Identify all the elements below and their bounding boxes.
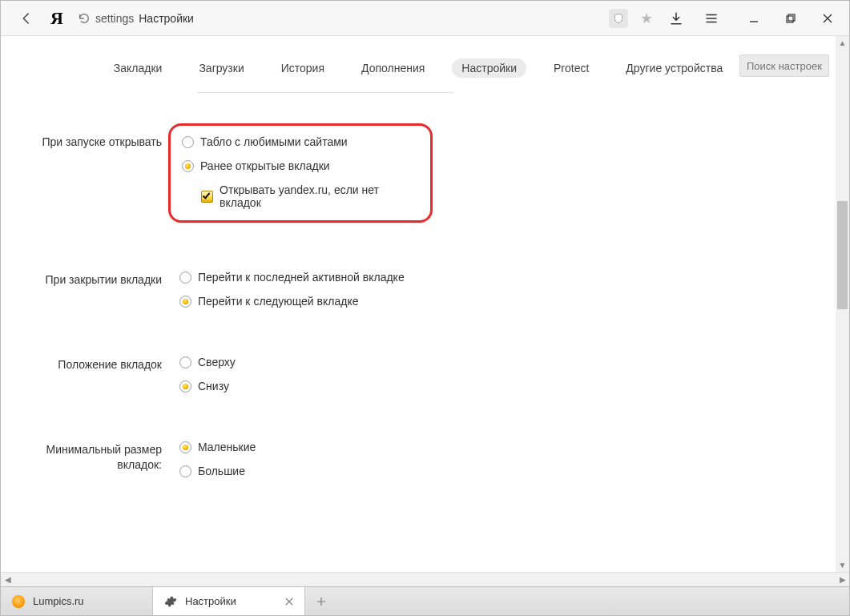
browser-window: Я settings Настройки ★ — [0, 0, 850, 616]
svg-rect-0 — [787, 16, 793, 22]
opt-label: Табло с любимыми сайтами — [200, 135, 348, 148]
opt-tab-min-big[interactable]: Большие — [179, 465, 836, 477]
opt-label: Большие — [198, 465, 245, 477]
opt-tab-min-small[interactable]: Маленькие — [179, 441, 836, 453]
address-key: settings — [95, 12, 134, 25]
radio-icon — [179, 441, 191, 453]
new-tab-button[interactable] — [305, 587, 337, 615]
nav-item-protect[interactable]: Protect — [544, 58, 598, 78]
scroll-right-arrow-icon[interactable]: ▶ — [836, 573, 849, 586]
arrow-left-icon — [19, 11, 34, 26]
radio-icon — [179, 356, 191, 368]
section-tab-min-size: Минимальный размер вкладок: Маленькие Бо… — [1, 441, 836, 477]
radio-icon — [179, 465, 191, 477]
opt-label: Снизу — [198, 380, 229, 393]
nav-item-addons[interactable]: Дополнения — [352, 58, 434, 78]
settings-search-input[interactable]: Поиск настроек — [739, 54, 829, 77]
section-tab-position: Положение вкладок Сверху Снизу — [1, 356, 836, 393]
tab-strip: Lumpics.ru Настройки — [1, 586, 849, 615]
protect-shield-icon[interactable] — [609, 9, 628, 28]
opt-label: Перейти к последней активной вкладке — [198, 271, 405, 284]
svg-rect-1 — [788, 14, 795, 21]
address-title: Настройки — [139, 12, 194, 25]
shield-icon — [613, 13, 624, 24]
close-icon — [285, 598, 293, 606]
settings-body: При запуске открывать Табло с любимыми с… — [1, 93, 836, 477]
opt-label: Ранее открытые вкладки — [200, 159, 330, 172]
opt-startup-restore-tabs[interactable]: Ранее открытые вкладки — [182, 159, 413, 172]
close-icon — [823, 14, 832, 23]
window-close-button[interactable] — [809, 1, 846, 36]
nav-item-devices[interactable]: Другие устройства — [616, 58, 732, 78]
gear-icon — [164, 595, 177, 608]
page-content: Закладки Загрузки История Дополнения Нас… — [1, 36, 849, 573]
radio-icon — [179, 272, 191, 284]
section-startup: При запуске открывать Табло с любимыми с… — [1, 133, 836, 223]
opt-tab-position-bottom[interactable]: Снизу — [179, 380, 836, 393]
minimize-icon — [749, 14, 759, 23]
window-maximize-button[interactable] — [772, 1, 809, 36]
opt-tab-position-top[interactable]: Сверху — [179, 356, 836, 368]
main-menu-button[interactable] — [694, 1, 729, 36]
radio-icon — [179, 296, 191, 308]
section-close-tab: При закрытии вкладки Перейти к последней… — [1, 271, 836, 308]
startup-highlight-frame: Табло с любимыми сайтами Ранее открытые … — [168, 123, 433, 223]
plus-icon — [316, 596, 327, 607]
section-startup-label: При запуске открывать — [1, 133, 179, 223]
scroll-thumb[interactable] — [837, 201, 848, 309]
opt-startup-open-yandex-checkbox[interactable]: Открывать yandex.ru, если нет вкладок — [201, 183, 413, 209]
opt-close-goto-last-active[interactable]: Перейти к последней активной вкладке — [179, 271, 836, 284]
opt-label: Маленькие — [198, 441, 256, 453]
maximize-icon — [786, 14, 796, 23]
browser-toolbar: Я settings Настройки ★ — [1, 1, 849, 36]
hamburger-icon — [704, 11, 719, 26]
radio-icon — [182, 160, 194, 172]
scroll-up-arrow-icon[interactable]: ▲ — [836, 36, 849, 50]
tab-label: Настройки — [185, 595, 236, 607]
nav-item-history[interactable]: История — [272, 58, 334, 78]
tab-lumpics[interactable]: Lumpics.ru — [1, 587, 153, 615]
vertical-scrollbar[interactable]: ▲ ▼ — [836, 36, 849, 572]
bookmark-star-icon[interactable]: ★ — [634, 10, 659, 27]
radio-icon — [179, 380, 191, 393]
orange-citrus-icon — [12, 595, 25, 608]
scroll-down-arrow-icon[interactable]: ▼ — [836, 558, 849, 572]
settings-nav: Закладки Загрузки История Дополнения Нас… — [1, 36, 836, 92]
yandex-logo[interactable]: Я — [41, 1, 73, 36]
opt-close-goto-next[interactable]: Перейти к следующей вкладке — [179, 295, 836, 308]
radio-icon — [182, 136, 194, 148]
section-tab-position-label: Положение вкладок — [1, 356, 179, 393]
tab-label: Lumpics.ru — [33, 595, 84, 607]
horizontal-scrollbar[interactable]: ◀ ▶ — [1, 573, 849, 586]
settings-page: Закладки Загрузки История Дополнения Нас… — [1, 36, 836, 572]
nav-item-settings[interactable]: Настройки — [452, 58, 526, 78]
window-minimize-button[interactable] — [735, 1, 772, 36]
address-bar[interactable]: settings Настройки — [73, 1, 609, 36]
checkbox-icon — [201, 191, 213, 203]
nav-item-bookmarks[interactable]: Закладки — [104, 58, 172, 78]
section-close-tab-label: При закрытии вкладки — [1, 271, 179, 308]
scroll-left-arrow-icon[interactable]: ◀ — [1, 573, 14, 586]
tab-settings[interactable]: Настройки — [153, 587, 305, 615]
opt-label: Сверху — [198, 356, 236, 368]
nav-item-downloads[interactable]: Загрузки — [189, 58, 253, 78]
address-right-actions: ★ — [609, 1, 846, 36]
reload-icon[interactable] — [78, 12, 91, 25]
opt-label: Открывать yandex.ru, если нет вкладок — [220, 183, 413, 209]
back-button[interactable] — [9, 1, 44, 36]
opt-label: Перейти к следующей вкладке — [198, 295, 358, 308]
downloads-button[interactable] — [659, 1, 694, 36]
tab-close-button[interactable] — [276, 598, 293, 606]
download-icon — [669, 11, 683, 26]
opt-startup-tableau[interactable]: Табло с любимыми сайтами — [182, 135, 413, 148]
section-tab-min-size-label: Минимальный размер вкладок: — [1, 441, 179, 477]
